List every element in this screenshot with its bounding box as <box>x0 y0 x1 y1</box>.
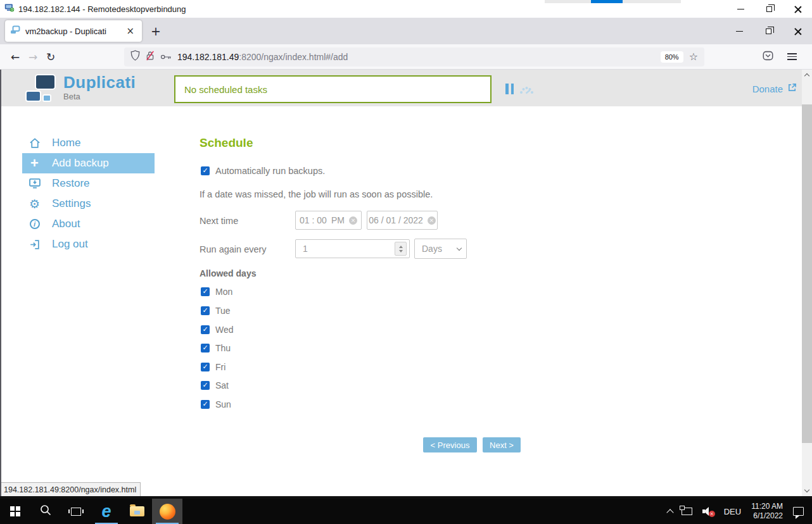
shield-icon[interactable] <box>130 50 140 63</box>
browser-tab[interactable]: vm2backup - Duplicati × <box>5 20 142 42</box>
rdp-restore-button[interactable] <box>755 0 783 18</box>
taskbar-internet-explorer[interactable]: e <box>91 499 122 524</box>
zoom-level-badge[interactable]: 80% <box>661 51 683 63</box>
windows-logo-icon <box>10 506 20 516</box>
link-status-tooltip: 194.182.181.49:8200/ngax/index.html <box>1 482 141 496</box>
next-time-date-field[interactable]: 06 / 01 / 2022 × <box>367 211 438 230</box>
clear-time-icon[interactable]: × <box>349 216 357 225</box>
browser-restore-button[interactable] <box>754 18 783 44</box>
donate-link[interactable]: Donate <box>752 83 797 95</box>
rdp-title: 194.182.182.144 - Remotedesktopverbindun… <box>18 4 186 14</box>
duplicati-header: Duplicati Beta No scheduled tasks Donate <box>1 70 812 106</box>
tray-language-button[interactable]: DEU <box>720 499 745 524</box>
menu-icon[interactable] <box>787 53 797 60</box>
scheduler-status-box: No scheduled tasks <box>174 75 492 103</box>
browser-close-button[interactable] <box>783 18 812 44</box>
logout-icon <box>28 239 41 251</box>
forward-button[interactable]: → <box>24 51 42 63</box>
day-checkbox-thu[interactable]: ✓ <box>201 344 210 352</box>
home-icon <box>28 137 41 149</box>
sidebar-item-add-backup[interactable]: + Add backup <box>22 153 155 173</box>
tray-volume-button[interactable]: × <box>697 499 720 524</box>
day-row-sun: ✓ Sun <box>201 399 231 409</box>
back-button[interactable]: ← <box>6 51 24 63</box>
sidebar-item-settings[interactable]: ⚙ Settings <box>22 194 155 214</box>
day-checkbox-wed[interactable]: ✓ <box>201 325 210 334</box>
rdp-minimize-button[interactable] <box>726 0 755 18</box>
interval-unit-select[interactable]: Days <box>414 239 467 259</box>
task-view-button[interactable] <box>61 499 91 524</box>
reload-button[interactable]: ↻ <box>42 51 60 63</box>
action-center-button[interactable] <box>789 499 808 524</box>
gear-icon: ⚙ <box>28 198 41 210</box>
missed-date-note: If a date was missed, the job will run a… <box>200 189 433 199</box>
interval-number-field[interactable]: 1 <box>295 239 410 258</box>
link-status-text: 194.182.181.49:8200/ngax/index.html <box>4 485 136 494</box>
key-icon[interactable] <box>160 51 172 63</box>
spinner-up-icon <box>399 246 403 248</box>
restore-icon <box>766 28 771 34</box>
tray-show-hidden-button[interactable] <box>663 499 677 524</box>
browser-tabbar: vm2backup - Duplicati × + <box>0 18 812 44</box>
chevron-down-icon <box>804 487 809 492</box>
day-row-tue: ✓ Tue <box>201 306 231 316</box>
pause-icon[interactable] <box>505 84 514 94</box>
day-checkbox-sun[interactable]: ✓ <box>201 400 210 409</box>
tray-clock[interactable]: 11:20 AM 6/1/2022 <box>745 502 789 521</box>
browser-navbar: ← → ↻ 194.182.181.49:8200/ngax/index.htm… <box>0 44 812 70</box>
interval-value: 1 <box>303 244 308 254</box>
browser-minimize-button[interactable] <box>725 18 754 44</box>
close-icon <box>794 6 801 13</box>
clear-date-icon[interactable]: × <box>428 216 436 225</box>
sidebar-item-logout[interactable]: Log out <box>22 234 155 254</box>
day-checkbox-fri[interactable]: ✓ <box>201 363 210 371</box>
auto-run-label: Automatically run backups. <box>215 166 325 176</box>
system-tray: × DEU 11:20 AM 6/1/2022 <box>663 499 812 524</box>
url-host: 194.182.181.49 <box>177 52 239 62</box>
brand-name: Duplicati <box>63 73 136 92</box>
taskbar-search-button[interactable] <box>30 499 61 524</box>
throttle-icon[interactable] <box>519 85 534 97</box>
taskbar: e × DEU 11:20 AM 6/1/2022 <box>0 499 812 524</box>
day-checkbox-mon[interactable]: ✓ <box>201 287 210 296</box>
scrollbar-thumb[interactable] <box>802 104 812 443</box>
start-button[interactable] <box>0 499 30 524</box>
day-row-sat: ✓ Sat <box>201 380 229 390</box>
sidebar-item-home[interactable]: Home <box>22 133 155 153</box>
url-bar[interactable]: 194.182.181.49:8200/ngax/index.html#/add… <box>124 47 704 66</box>
next-time-time-field[interactable]: 01 : 00 PM × <box>295 211 362 230</box>
bookmark-star-icon[interactable]: ☆ <box>689 51 698 63</box>
rdp-close-button[interactable] <box>783 0 812 18</box>
next-button[interactable]: Next > <box>483 437 521 452</box>
number-spinner[interactable] <box>395 242 407 256</box>
scroll-down-button[interactable] <box>802 485 812 496</box>
taskbar-file-explorer[interactable] <box>122 499 152 524</box>
url-path: :8200/ngax/index.html#/add <box>239 52 348 62</box>
language-indicator: DEU <box>724 507 741 516</box>
sidebar-item-label: Restore <box>52 177 90 190</box>
auto-run-row: ✓ Automatically run backups. <box>201 166 325 176</box>
taskbar-firefox[interactable] <box>152 499 182 524</box>
day-checkbox-tue[interactable]: ✓ <box>201 306 210 315</box>
insecure-lock-icon[interactable] <box>146 51 155 63</box>
auto-run-checkbox[interactable]: ✓ <box>201 166 210 175</box>
tray-network-button[interactable] <box>677 499 697 524</box>
minimize-icon <box>736 31 743 32</box>
scroll-up-button[interactable] <box>802 70 812 80</box>
previous-button[interactable]: < Previous <box>423 437 477 452</box>
interval-unit-value: Days <box>422 244 442 254</box>
day-label: Mon <box>215 287 232 297</box>
brand-block: Duplicati Beta <box>63 73 136 101</box>
url-text[interactable]: 194.182.181.49:8200/ngax/index.html#/add <box>177 52 655 62</box>
new-tab-button[interactable]: + <box>151 25 161 37</box>
tab-close-icon[interactable]: × <box>124 27 137 36</box>
sidebar-item-about[interactable]: i About <box>22 214 155 234</box>
sidebar-item-restore[interactable]: Restore <box>22 173 155 194</box>
pocket-icon[interactable] <box>763 51 773 63</box>
vertical-scrollbar[interactable] <box>802 70 812 496</box>
search-icon <box>39 504 52 519</box>
chevron-up-icon <box>804 73 809 78</box>
day-checkbox-sat[interactable]: ✓ <box>201 381 210 390</box>
sidebar-item-label: Settings <box>52 197 91 210</box>
page-title: Schedule <box>200 136 253 150</box>
